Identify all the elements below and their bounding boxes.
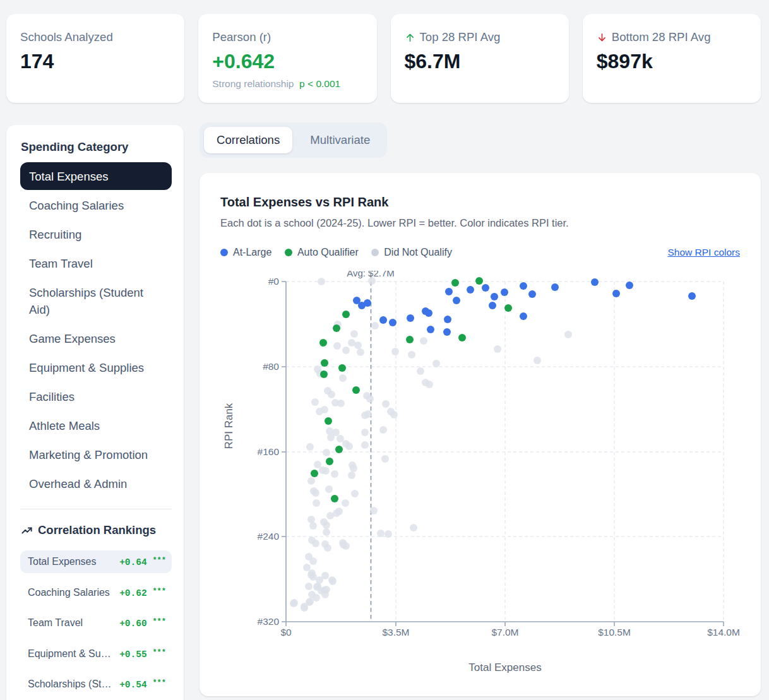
svg-text:#80: #80 [263, 361, 279, 372]
svg-text:$3.5M: $3.5M [382, 627, 409, 638]
svg-text:Total Expenses: Total Expenses [468, 661, 541, 673]
svg-text:RPI Rank: RPI Rank [223, 403, 235, 449]
svg-text:$7.0M: $7.0M [491, 627, 518, 638]
svg-text:#320: #320 [258, 616, 280, 627]
svg-text:$14.0M: $14.0M [707, 627, 740, 638]
svg-text:$10.5M: $10.5M [598, 627, 631, 638]
svg-text:#160: #160 [258, 446, 280, 457]
svg-text:#240: #240 [258, 531, 280, 542]
svg-text:Avg: $2.7M: Avg: $2.7M [347, 271, 395, 278]
svg-text:$0: $0 [280, 627, 292, 638]
svg-text:#0: #0 [268, 276, 280, 287]
